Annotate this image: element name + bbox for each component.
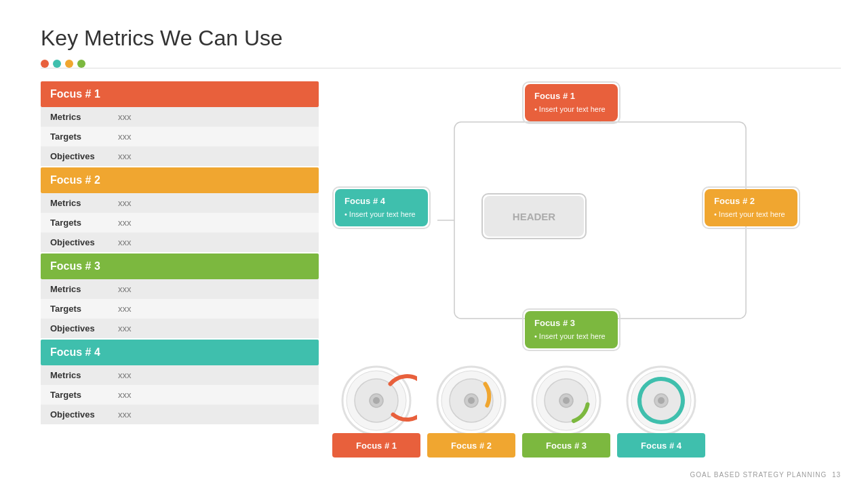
focus-header-4: Focus # 4 xyxy=(41,340,319,365)
dot-1 xyxy=(41,60,49,68)
gauge-svg-1 xyxy=(336,360,417,434)
gauges-row: Focus # 1 Focus # 2 Focus # 3 xyxy=(332,360,705,458)
dot-2 xyxy=(53,60,61,68)
dots-row xyxy=(41,60,85,68)
table-row: Objectives xxx xyxy=(41,405,319,424)
focus-header-1: Focus # 1 xyxy=(41,81,319,107)
gauge-3: Focus # 3 xyxy=(522,360,610,458)
table-row: Objectives xxx xyxy=(41,319,319,338)
gauge-label-4: Focus # 4 xyxy=(617,433,705,458)
gauge-label-2: Focus # 2 xyxy=(427,433,515,458)
node-focus4: Focus # 4 •Insert your text here xyxy=(332,186,431,229)
table-row: Metrics xxx xyxy=(41,193,319,213)
page-title: Key Metrics We Can Use xyxy=(41,26,283,51)
table-row: Metrics xxx xyxy=(41,107,319,127)
svg-point-19 xyxy=(563,397,570,404)
left-table: Focus # 1 Metrics xxx Targets xxx Object… xyxy=(41,81,319,426)
focus-section-2: Focus # 2 Metrics xxx Targets xxx Object… xyxy=(41,167,319,252)
gauge-label-3: Focus # 3 xyxy=(522,433,610,458)
gauge-label-1: Focus # 1 xyxy=(332,433,420,458)
node-focus2: Focus # 2 •Insert your text here xyxy=(702,186,800,229)
gauge-svg-4 xyxy=(620,360,702,434)
svg-point-9 xyxy=(373,397,380,404)
table-row: Metrics xxx xyxy=(41,365,319,385)
table-row: Targets xxx xyxy=(41,213,319,232)
gauge-svg-2 xyxy=(431,360,512,434)
focus-section-3: Focus # 3 Metrics xxx Targets xxx Object… xyxy=(41,253,319,338)
gauge-1: Focus # 1 xyxy=(332,360,420,458)
focus-section-4: Focus # 4 Metrics xxx Targets xxx Object… xyxy=(41,340,319,424)
svg-point-24 xyxy=(658,397,665,404)
dot-3 xyxy=(65,60,73,68)
focus-header-2: Focus # 2 xyxy=(41,167,319,193)
node-header: HEADER xyxy=(481,193,587,239)
dot-4 xyxy=(77,60,85,68)
footer: GOAL BASED STRATEGY PLANNING 13 xyxy=(690,471,841,479)
gauge-svg-3 xyxy=(526,360,607,434)
table-row: Targets xxx xyxy=(41,299,319,319)
table-row: Targets xxx xyxy=(41,127,319,146)
table-row: Metrics xxx xyxy=(41,279,319,299)
gauge-4: Focus # 4 xyxy=(617,360,705,458)
gauge-2: Focus # 2 xyxy=(427,360,515,458)
divider xyxy=(41,68,841,68)
right-diagram: Focus # 1 •Insert your text here Focus #… xyxy=(332,81,854,352)
table-row: Objectives xxx xyxy=(41,232,319,252)
node-focus1: Focus # 1 •Insert your text here xyxy=(522,81,620,124)
table-row: Targets xxx xyxy=(41,385,319,405)
focus-section-1: Focus # 1 Metrics xxx Targets xxx Object… xyxy=(41,81,319,166)
node-focus3: Focus # 3 •Insert your text here xyxy=(522,308,620,351)
table-row: Objectives xxx xyxy=(41,146,319,166)
svg-point-14 xyxy=(468,397,475,404)
focus-header-3: Focus # 3 xyxy=(41,253,319,279)
